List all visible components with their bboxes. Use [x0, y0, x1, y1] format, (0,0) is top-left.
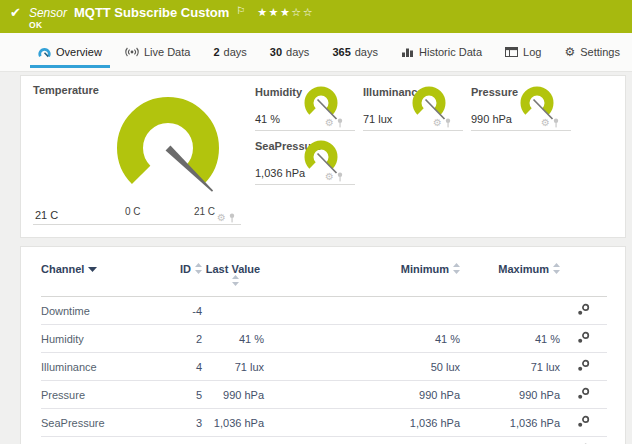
channel-minimum: 21 C	[264, 437, 460, 444]
tab-label: Settings	[580, 46, 620, 58]
tab-overview[interactable]: Overview	[28, 33, 112, 71]
mini-gauge-card-humidity[interactable]: Humidity 41 % ⚙	[255, 84, 363, 131]
tab-label: days	[224, 46, 247, 58]
mini-gauge-divider: Humidity 41 % ⚙	[255, 84, 355, 131]
channel-minimum: 41 %	[264, 325, 460, 353]
sort-both-icon	[553, 263, 560, 274]
channel-last-value: 1,036 hPa	[202, 409, 264, 437]
channel-maximum: 21 C	[460, 437, 560, 444]
sort-both-icon	[232, 275, 239, 286]
gear-icon: ⚙	[564, 46, 575, 58]
channel-last-value: 41 %	[202, 325, 264, 353]
channel-id: -4	[159, 297, 202, 325]
edit-channel-icon[interactable]	[577, 359, 590, 372]
channel-last-value	[202, 297, 264, 325]
gauge-settings-gear-icon[interactable]: ⚙	[217, 213, 226, 223]
column-header-maximum[interactable]: Maximum	[460, 247, 560, 297]
star-filled-icon[interactable]: ★	[269, 6, 280, 18]
tab-log[interactable]: Log	[495, 33, 551, 71]
tab-label: Log	[523, 46, 541, 58]
mini-gauge-card-seapressure[interactable]: SeaPressure 1,036 hPa ⚙	[255, 138, 363, 185]
channel-name: Illuminance	[41, 353, 159, 381]
channel-maximum: 41 %	[460, 325, 560, 353]
mini-gauge-card-pressure[interactable]: Pressure 990 hPa ⚙	[471, 84, 579, 131]
channel-minimum: 1,036 hPa	[264, 409, 460, 437]
tab-label: Overview	[56, 46, 102, 58]
channel-name: Humidity	[41, 325, 159, 353]
primary-gauge-card-temperature[interactable]: Temperature 0 C 21 C 21 C ⚙	[33, 84, 241, 225]
log-icon	[505, 47, 518, 57]
channel-id: 3	[159, 409, 202, 437]
channel-maximum: 1,036 hPa	[460, 409, 560, 437]
edit-channel-icon[interactable]	[577, 303, 590, 316]
edit-channel-icon[interactable]	[577, 415, 590, 428]
channel-minimum: 990 hPa	[264, 381, 460, 409]
gauge-scale-min: 0 C	[125, 206, 141, 217]
tab-live-data[interactable]: Live Data	[115, 33, 200, 71]
gauge-settings-gear-icon[interactable]: ⚙	[325, 118, 334, 128]
channel-id: 5	[159, 381, 202, 409]
broadcast-icon	[125, 47, 139, 57]
channel-name: Pressure	[41, 381, 159, 409]
channel-last-value: 71 lux	[202, 353, 264, 381]
gauge-pin-icon[interactable]	[553, 118, 559, 128]
gauge-settings-gear-icon[interactable]: ⚙	[433, 118, 442, 128]
tab-label: days	[286, 46, 309, 58]
temperature-gauge	[98, 90, 238, 208]
tab-30-days[interactable]: 30days	[260, 33, 320, 71]
column-header-minimum[interactable]: Minimum	[264, 247, 460, 297]
column-header-edit	[560, 247, 607, 297]
star-empty-icon[interactable]: ☆	[291, 6, 302, 18]
channel-last-value: 21 C	[202, 437, 264, 444]
sort-both-icon	[195, 263, 202, 274]
channel-maximum	[460, 297, 560, 325]
channels-panel: Channel ID Last Value Minimum Maximum Do…	[20, 246, 626, 444]
tab-historic-data[interactable]: Historic Data	[391, 33, 492, 71]
status-check-icon: ✔	[10, 6, 21, 19]
gauge-pin-icon[interactable]	[337, 172, 343, 182]
status-badge: OK	[29, 20, 42, 30]
gauge-pin-icon[interactable]	[229, 213, 235, 223]
channel-name: Temperature	[41, 437, 159, 444]
tab-365-days[interactable]: 365days	[322, 33, 388, 71]
chart-icon	[401, 47, 414, 57]
gauge-title: Pressure	[471, 86, 518, 98]
tab-label: days	[355, 46, 378, 58]
priority-stars[interactable]: ★★★☆☆	[257, 7, 314, 18]
tab-label: Live Data	[144, 46, 190, 58]
table-row-temperature: Temperature 1 21 C 21 C 21 C	[41, 437, 607, 444]
gauge-current-value: 71 lux	[363, 113, 392, 125]
column-header-last-value[interactable]: Last Value	[202, 247, 264, 297]
channel-minimum: 50 lux	[264, 353, 460, 381]
tab-2-days[interactable]: 2days	[203, 33, 256, 71]
column-header-channel[interactable]: Channel	[41, 247, 159, 297]
column-header-id[interactable]: ID	[159, 247, 202, 297]
sensor-kind-label: Sensor	[29, 6, 67, 20]
gauge-pin-icon[interactable]	[337, 118, 343, 128]
tab-settings[interactable]: ⚙Settings	[554, 33, 630, 71]
mini-gauge-card-illuminance[interactable]: Illuminance 71 lux ⚙	[363, 84, 471, 131]
table-row-seapressure: SeaPressure 3 1,036 hPa 1,036 hPa 1,036 …	[41, 409, 607, 437]
table-row-downtime: Downtime -4	[41, 297, 607, 325]
gauge-pin-icon[interactable]	[445, 118, 451, 128]
gauge-current-value: 1,036 hPa	[255, 167, 305, 179]
tab-label: Historic Data	[419, 46, 482, 58]
star-empty-icon[interactable]: ☆	[303, 6, 314, 18]
sensor-title: MQTT Subscribe Custom	[74, 5, 229, 20]
channel-id: 1	[159, 437, 202, 444]
mini-gauge-divider: SeaPressure 1,036 hPa ⚙	[255, 138, 355, 185]
tab-bar: OverviewLive Data2days30days365daysHisto…	[0, 33, 632, 72]
secondary-gauges-grid: Humidity 41 % ⚙ Illuminance 71 lux ⚙	[255, 84, 579, 237]
priority-flag-icon[interactable]: ⚐	[236, 5, 245, 16]
edit-channel-icon[interactable]	[577, 331, 590, 344]
sensor-status-banner: ✔ Sensor MQTT Subscribe Custom ⚐ ★★★☆☆ O…	[0, 0, 632, 33]
channel-id: 4	[159, 353, 202, 381]
edit-channel-icon[interactable]	[577, 387, 590, 400]
gauge-settings-gear-icon[interactable]: ⚙	[325, 172, 334, 182]
channel-id: 2	[159, 325, 202, 353]
star-filled-icon[interactable]: ★	[280, 6, 291, 18]
sort-desc-icon	[88, 267, 97, 272]
star-filled-icon[interactable]: ★	[257, 6, 268, 18]
gauge-settings-gear-icon[interactable]: ⚙	[541, 118, 550, 128]
gauges-panel: Temperature 0 C 21 C 21 C ⚙ Humidity 41 …	[20, 75, 626, 238]
